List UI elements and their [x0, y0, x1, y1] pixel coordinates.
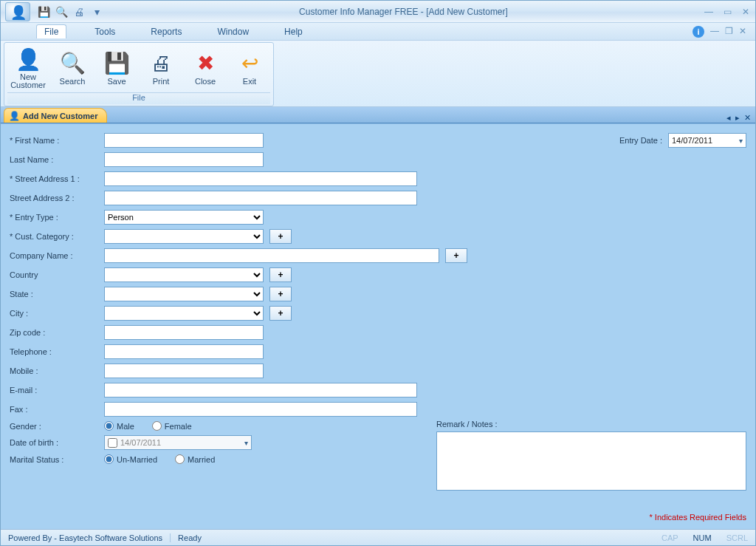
mdi-minimize-icon[interactable]: —	[710, 26, 719, 38]
dob-label: Date of birth :	[8, 438, 104, 447]
state-select[interactable]	[104, 287, 264, 301]
gender-male-option[interactable]: Male	[104, 421, 134, 431]
save-button[interactable]: 💾 Save	[96, 44, 137, 92]
ribbon: 👤 New Customer 🔍 Search 💾 Save 🖨 Print ✖…	[1, 41, 755, 107]
entry-date-block: Entry Date : 14/07/2011	[619, 133, 746, 148]
city-select[interactable]	[104, 306, 264, 321]
entry-date-picker[interactable]: 14/07/2011	[668, 133, 746, 148]
dob-picker[interactable]: 14/07/2011	[104, 435, 252, 450]
maximize-icon[interactable]: ▭	[722, 7, 733, 17]
menu-file[interactable]: File	[36, 24, 66, 38]
street2-input[interactable]	[104, 191, 417, 205]
app-icon	[5, 2, 30, 21]
first-name-input[interactable]	[104, 133, 264, 148]
street2-label: Street Address 2 :	[8, 194, 104, 202]
add-company-button[interactable]: +	[445, 248, 467, 263]
ribbon-group-file: 👤 New Customer 🔍 Search 💾 Save 🖨 Print ✖…	[4, 42, 274, 106]
email-input[interactable]	[104, 383, 417, 397]
menu-bar: File Tools Reports Window Help i — ❐ ✕	[1, 23, 755, 41]
close-button[interactable]: ✖ Close	[185, 44, 226, 92]
menu-help[interactable]: Help	[277, 25, 310, 38]
tab-strip: 👤 Add New Customer ◂ ▸ ✕	[1, 107, 755, 123]
form-area: Entry Date : 14/07/2011 * First Name : L…	[1, 123, 755, 529]
dob-value: 14/07/2011	[120, 438, 161, 447]
menu-tools[interactable]: Tools	[87, 25, 123, 38]
menu-window[interactable]: Window	[210, 25, 256, 38]
add-category-button[interactable]: +	[269, 229, 292, 244]
city-label: City :	[8, 309, 104, 318]
minimize-icon[interactable]: —	[703, 7, 715, 17]
fax-label: Fax :	[8, 405, 104, 414]
print-label: Print	[153, 77, 170, 86]
zip-input[interactable]	[104, 325, 264, 340]
entry-date-label: Entry Date :	[619, 136, 662, 145]
cust-category-select[interactable]	[104, 229, 264, 244]
mdi-restore-icon[interactable]: ❐	[725, 26, 733, 38]
new-customer-label: New Customer	[8, 73, 48, 89]
required-fields-note: * Indicates Required Fields	[650, 513, 746, 522]
mobile-label: Mobile :	[8, 366, 104, 375]
tab-label: Add New Customer	[23, 112, 97, 120]
gender-female-radio[interactable]	[152, 421, 162, 431]
street1-input[interactable]	[104, 171, 417, 186]
gender-male-radio[interactable]	[104, 421, 114, 431]
company-input[interactable]	[104, 248, 439, 263]
mdi-close-icon[interactable]: ✕	[739, 26, 746, 38]
close-icon[interactable]: ✕	[740, 7, 751, 17]
last-name-input[interactable]	[104, 152, 264, 167]
add-country-button[interactable]: +	[269, 267, 292, 282]
mobile-input[interactable]	[104, 364, 264, 378]
tab-add-new-customer[interactable]: 👤 Add New Customer	[4, 108, 107, 123]
disk-icon: 💾	[105, 52, 128, 75]
qat-dropdown-icon[interactable]: ▾	[89, 4, 104, 19]
search-button[interactable]: 🔍 Search	[52, 44, 93, 92]
remark-block: Remark / Notes :	[436, 420, 746, 492]
tab-prev-icon[interactable]: ◂	[726, 113, 731, 123]
remark-textarea[interactable]	[436, 431, 746, 491]
fax-input[interactable]	[104, 402, 417, 417]
exit-label: Exit	[243, 77, 256, 86]
marital-unmarried-option[interactable]: Un-Married	[104, 454, 157, 464]
gender-female-option[interactable]: Female	[152, 421, 192, 431]
marital-unmarried-radio[interactable]	[104, 454, 114, 464]
ribbon-group-label: File	[7, 92, 270, 104]
magnifier-icon: 🔍	[61, 52, 84, 75]
window-title: Customer Info Manager FREE - [Add New Cu…	[107, 7, 700, 17]
tab-next-icon[interactable]: ▸	[735, 113, 740, 123]
gender-male-label: Male	[117, 422, 134, 431]
cust-category-label: * Cust. Category :	[8, 232, 104, 241]
exit-button[interactable]: ↩ Exit	[229, 44, 270, 92]
title-bar: 💾 🔍 🖨 ▾ Customer Info Manager FREE - [Ad…	[1, 1, 755, 23]
marital-married-radio[interactable]	[175, 454, 185, 464]
country-label: Country	[8, 270, 104, 279]
add-city-button[interactable]: +	[269, 306, 292, 321]
new-customer-button[interactable]: 👤 New Customer	[7, 44, 49, 92]
country-select[interactable]	[104, 267, 264, 282]
status-powered: Powered By - Easytech Software Solutions	[1, 533, 171, 542]
gender-female-label: Female	[165, 422, 192, 431]
help-icon[interactable]: i	[693, 26, 704, 38]
email-label: E-mail :	[8, 386, 104, 395]
dob-enable-checkbox[interactable]	[108, 438, 117, 448]
person-plus-icon: 👤	[16, 48, 40, 72]
qat-print-icon[interactable]: 🖨	[72, 4, 86, 19]
status-ready: Ready	[171, 533, 209, 542]
print-button[interactable]: 🖨 Print	[140, 44, 182, 92]
qat-save-icon[interactable]: 💾	[36, 4, 51, 19]
close-square-icon: ✖	[193, 52, 217, 75]
street1-label: * Street Address 1 :	[8, 174, 104, 183]
marital-married-label: Married	[188, 455, 215, 464]
entry-type-label: * Entry Type :	[8, 213, 104, 222]
add-state-button[interactable]: +	[269, 287, 292, 301]
qat-preview-icon[interactable]: 🔍	[54, 4, 69, 19]
marital-married-option[interactable]: Married	[175, 454, 215, 464]
tab-close-icon[interactable]: ✕	[744, 113, 751, 123]
entry-type-select[interactable]: Person	[104, 210, 264, 225]
telephone-input[interactable]	[104, 344, 264, 359]
close-label: Close	[195, 77, 216, 86]
save-label: Save	[107, 77, 126, 86]
status-bar: Powered By - Easytech Software Solutions…	[1, 529, 755, 545]
marital-label: Marital Status :	[8, 455, 104, 464]
entry-date-value: 14/07/2011	[672, 136, 712, 145]
menu-reports[interactable]: Reports	[143, 25, 189, 38]
